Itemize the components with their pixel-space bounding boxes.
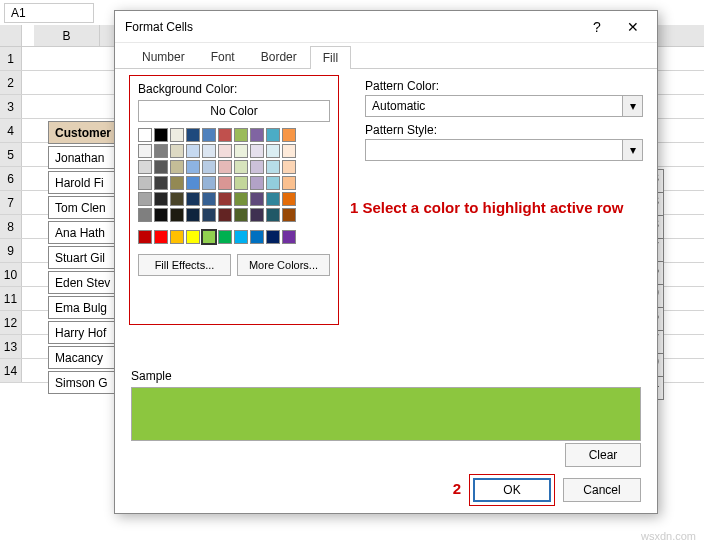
color-swatch[interactable]: [186, 176, 200, 190]
color-swatch[interactable]: [202, 192, 216, 206]
pattern-color-combo[interactable]: ▾: [365, 95, 643, 117]
color-swatch[interactable]: [266, 208, 280, 222]
color-swatch[interactable]: [170, 128, 184, 142]
chevron-down-icon[interactable]: ▾: [623, 95, 643, 117]
color-swatch[interactable]: [202, 208, 216, 222]
standard-color-swatch[interactable]: [250, 230, 264, 244]
standard-color-swatch[interactable]: [154, 230, 168, 244]
pattern-style-value[interactable]: [365, 139, 623, 161]
color-swatch[interactable]: [186, 144, 200, 158]
row-header[interactable]: 4: [0, 119, 22, 142]
color-swatch[interactable]: [186, 208, 200, 222]
color-swatch[interactable]: [282, 144, 296, 158]
customer-cell[interactable]: Tom Clen: [48, 196, 118, 219]
color-swatch[interactable]: [234, 144, 248, 158]
color-swatch[interactable]: [218, 128, 232, 142]
color-swatch[interactable]: [218, 192, 232, 206]
select-all-corner[interactable]: [0, 25, 22, 46]
row-header[interactable]: 8: [0, 215, 22, 238]
standard-color-swatch[interactable]: [266, 230, 280, 244]
color-swatch[interactable]: [138, 192, 152, 206]
color-swatch[interactable]: [202, 176, 216, 190]
color-swatch[interactable]: [138, 208, 152, 222]
row-header[interactable]: 10: [0, 263, 22, 286]
standard-color-swatch[interactable]: [202, 230, 216, 244]
color-swatch[interactable]: [234, 160, 248, 174]
color-swatch[interactable]: [138, 128, 152, 142]
customer-cell[interactable]: Macancy: [48, 346, 118, 369]
color-swatch[interactable]: [170, 160, 184, 174]
row-header[interactable]: 11: [0, 287, 22, 310]
standard-color-swatch[interactable]: [170, 230, 184, 244]
color-swatch[interactable]: [202, 128, 216, 142]
standard-color-swatch[interactable]: [186, 230, 200, 244]
color-swatch[interactable]: [250, 128, 264, 142]
color-swatch[interactable]: [266, 176, 280, 190]
color-swatch[interactable]: [154, 144, 168, 158]
color-swatch[interactable]: [266, 192, 280, 206]
color-swatch[interactable]: [154, 192, 168, 206]
color-swatch[interactable]: [266, 144, 280, 158]
color-swatch[interactable]: [234, 208, 248, 222]
color-swatch[interactable]: [170, 192, 184, 206]
color-swatch[interactable]: [138, 176, 152, 190]
color-swatch[interactable]: [218, 208, 232, 222]
tab-fill[interactable]: Fill: [310, 46, 351, 69]
color-swatch[interactable]: [186, 128, 200, 142]
color-swatch[interactable]: [138, 144, 152, 158]
chevron-down-icon[interactable]: ▾: [623, 139, 643, 161]
row-header[interactable]: 2: [0, 71, 22, 94]
help-button[interactable]: ?: [579, 13, 615, 41]
pattern-color-value[interactable]: [365, 95, 623, 117]
color-swatch[interactable]: [218, 160, 232, 174]
color-swatch[interactable]: [218, 176, 232, 190]
customer-cell[interactable]: Ema Bulg: [48, 296, 118, 319]
customer-cell[interactable]: Stuart Gil: [48, 246, 118, 269]
customer-cell[interactable]: Simson G: [48, 371, 118, 394]
color-swatch[interactable]: [186, 160, 200, 174]
color-swatch[interactable]: [154, 208, 168, 222]
row-header[interactable]: 6: [0, 167, 22, 190]
color-swatch[interactable]: [250, 192, 264, 206]
color-swatch[interactable]: [170, 176, 184, 190]
tab-font[interactable]: Font: [198, 45, 248, 68]
color-swatch[interactable]: [282, 160, 296, 174]
customer-cell[interactable]: Harry Hof: [48, 321, 118, 344]
more-colors-button[interactable]: More Colors...: [237, 254, 330, 276]
color-swatch[interactable]: [282, 192, 296, 206]
color-swatch[interactable]: [234, 192, 248, 206]
color-swatch[interactable]: [250, 176, 264, 190]
customer-cell[interactable]: Eden Stev: [48, 271, 118, 294]
standard-color-swatch[interactable]: [138, 230, 152, 244]
customer-cell[interactable]: Jonathan: [48, 146, 118, 169]
color-swatch[interactable]: [154, 128, 168, 142]
row-header[interactable]: 12: [0, 311, 22, 334]
pattern-style-combo[interactable]: ▾: [365, 139, 643, 161]
col-a-header[interactable]: [22, 25, 34, 46]
color-swatch[interactable]: [138, 160, 152, 174]
color-swatch[interactable]: [266, 160, 280, 174]
color-swatch[interactable]: [170, 144, 184, 158]
no-color-button[interactable]: No Color: [138, 100, 330, 122]
color-swatch[interactable]: [282, 208, 296, 222]
color-swatch[interactable]: [186, 192, 200, 206]
ok-button[interactable]: OK: [473, 478, 551, 502]
color-swatch[interactable]: [202, 144, 216, 158]
color-swatch[interactable]: [250, 208, 264, 222]
color-swatch[interactable]: [218, 144, 232, 158]
row-header[interactable]: 13: [0, 335, 22, 358]
color-swatch[interactable]: [202, 160, 216, 174]
standard-color-swatch[interactable]: [234, 230, 248, 244]
fill-effects-button[interactable]: Fill Effects...: [138, 254, 231, 276]
row-header[interactable]: 9: [0, 239, 22, 262]
color-swatch[interactable]: [170, 208, 184, 222]
row-header[interactable]: 14: [0, 359, 22, 382]
color-swatch[interactable]: [250, 144, 264, 158]
standard-color-swatch[interactable]: [282, 230, 296, 244]
name-box[interactable]: A1: [4, 3, 94, 23]
color-swatch[interactable]: [250, 160, 264, 174]
standard-color-swatch[interactable]: [218, 230, 232, 244]
color-swatch[interactable]: [266, 128, 280, 142]
color-swatch[interactable]: [234, 128, 248, 142]
customer-cell[interactable]: Ana Hath: [48, 221, 118, 244]
